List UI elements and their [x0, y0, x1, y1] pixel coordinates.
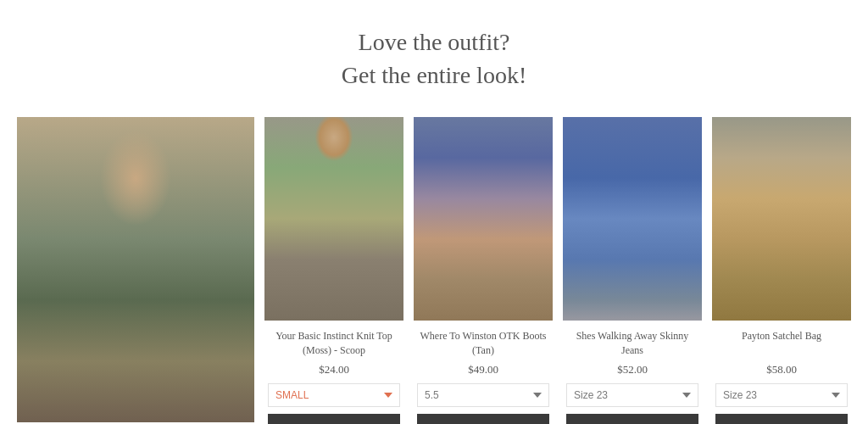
product-info-skinny-jeans: Shes Walking Away Skinny Jeans$52.00Size… — [563, 321, 702, 424]
product-card-knit-top: Your Basic Instinct Knit Top (Moss) - Sc… — [264, 117, 403, 424]
product-info-satchel-bag: Payton Satchel Bag$58.00Size 23One SizeA… — [712, 321, 851, 424]
products-row: Your Basic Instinct Knit Top (Moss) - Sc… — [17, 117, 851, 424]
product-name-otk-boots: Where To Winston OTK Boots (Tan) — [417, 329, 549, 358]
products-grid: Your Basic Instinct Knit Top (Moss) - Sc… — [254, 117, 851, 424]
page-wrapper: Love the outfit? Get the entire look! Yo… — [0, 0, 868, 424]
product-info-knit-top: Your Basic Instinct Knit Top (Moss) - Sc… — [264, 321, 403, 424]
product-image-otk-boots — [414, 117, 553, 321]
product-name-satchel-bag: Payton Satchel Bag — [715, 329, 848, 358]
product-size-select-skinny-jeans[interactable]: Size 23Size 24Size 25Size 26Size 27Size … — [566, 383, 698, 407]
product-name-skinny-jeans: Shes Walking Away Skinny Jeans — [566, 329, 698, 358]
add-to-cart-button-skinny-jeans[interactable]: ADD TO CART — [566, 414, 698, 424]
product-card-otk-boots: Where To Winston OTK Boots (Tan)$49.005.… — [414, 117, 553, 424]
product-info-otk-boots: Where To Winston OTK Boots (Tan)$49.005.… — [414, 321, 553, 424]
product-card-skinny-jeans: Shes Walking Away Skinny Jeans$52.00Size… — [563, 117, 702, 424]
header-line1: Love the outfit? — [359, 29, 510, 55]
product-size-select-satchel-bag[interactable]: Size 23One Size — [715, 383, 848, 407]
add-to-cart-button-otk-boots[interactable]: ADD TO CART — [417, 414, 549, 424]
product-size-select-otk-boots[interactable]: 5.566.577.588.59 — [417, 383, 549, 407]
product-image-skinny-jeans — [563, 117, 702, 321]
product-price-satchel-bag: $58.00 — [715, 363, 848, 377]
header-line2: Get the entire look! — [342, 62, 526, 88]
page-header: Love the outfit? Get the entire look! — [17, 25, 851, 92]
product-price-otk-boots: $49.00 — [417, 363, 549, 377]
product-price-skinny-jeans: $52.00 — [566, 363, 698, 377]
hero-image — [17, 117, 254, 422]
product-name-knit-top: Your Basic Instinct Knit Top (Moss) - Sc… — [268, 329, 400, 358]
hero-image-inner — [17, 117, 254, 422]
product-card-satchel-bag: Payton Satchel Bag$58.00Size 23One SizeA… — [712, 117, 851, 424]
add-to-cart-button-knit-top[interactable]: ADD TO CART — [268, 414, 400, 424]
add-to-cart-button-satchel-bag[interactable]: ADD TO CART — [715, 414, 848, 424]
product-image-knit-top — [264, 117, 403, 321]
product-price-knit-top: $24.00 — [268, 363, 400, 377]
page-title: Love the outfit? Get the entire look! — [17, 25, 851, 92]
product-image-satchel-bag — [712, 117, 851, 321]
product-size-select-knit-top[interactable]: SMALLMEDIUMLARGEXL — [268, 383, 400, 407]
